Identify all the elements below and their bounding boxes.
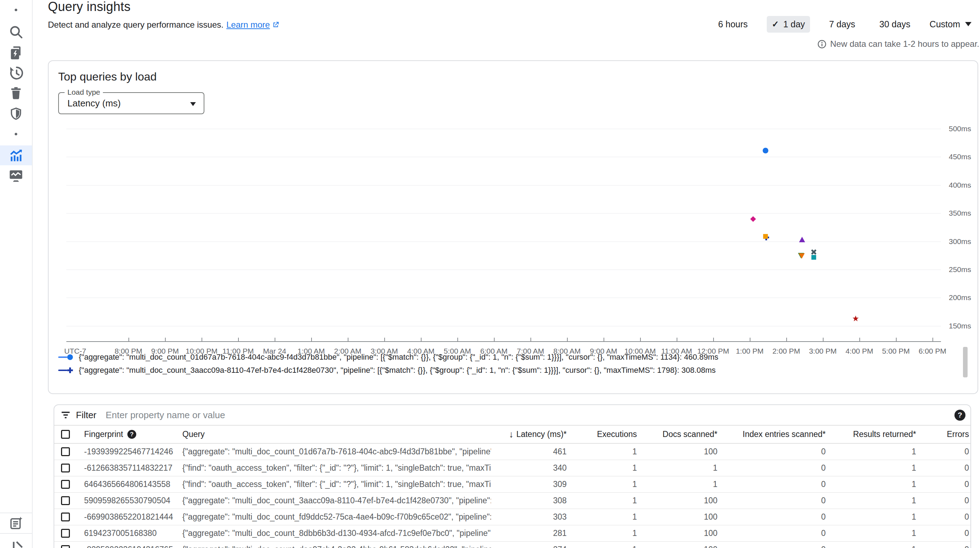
sidebar-item-query-insights[interactable]: [0, 145, 32, 165]
col-results-returned[interactable]: Results returned*: [829, 429, 919, 439]
table-help-icon[interactable]: ?: [955, 410, 966, 421]
col-fingerprint[interactable]: Fingerprint?: [77, 429, 175, 439]
time-range-selector: 6 hours ✓1 day 7 days 30 days Custom: [713, 16, 972, 33]
results-returned-cell: 1: [829, 512, 919, 522]
table-row[interactable]: -6126638357114832217{"find": "oauth_acce…: [54, 460, 970, 477]
table-row[interactable]: 6194237005168380{"aggregate": "multi_doc…: [54, 525, 970, 542]
legend-scrollbar-thumb[interactable]: [963, 347, 967, 377]
docs-scanned-cell: 1: [640, 480, 720, 489]
row-checkbox[interactable]: [61, 480, 70, 489]
scatter-point[interactable]: [762, 147, 769, 154]
legend-marker-icon: [58, 367, 74, 374]
table-row[interactable]: -8295002236194316765{"aggregate": "multi…: [54, 542, 970, 548]
results-returned-cell: 1: [829, 447, 919, 456]
row-checkbox-cell: [54, 545, 77, 548]
load-type-select[interactable]: Load type Latency (ms): [58, 92, 204, 114]
monitor-graph-icon: [8, 168, 24, 183]
sidebar-item-query-editor[interactable]: [0, 43, 32, 63]
col-executions[interactable]: Executions: [570, 429, 640, 439]
x-axis-tick: [238, 338, 239, 341]
col-docs-scanned[interactable]: Docs scanned*: [640, 429, 720, 439]
row-checkbox-cell: [54, 464, 77, 472]
y-axis-label: 200ms: [949, 293, 971, 302]
sidebar-item-collapse-panel[interactable]: [0, 538, 32, 548]
results-returned-cell: 1: [829, 463, 919, 473]
executions-cell: 1: [570, 529, 640, 538]
col-query[interactable]: Query: [175, 429, 491, 439]
row-checkbox[interactable]: [61, 464, 70, 472]
row-checkbox-cell: [54, 480, 77, 489]
table-row[interactable]: -1939399225467714246{"aggregate": "multi…: [54, 444, 970, 460]
legend-item[interactable]: {"aggregate": "multi_doc_count_01d67a7b-…: [58, 350, 718, 364]
filter-input[interactable]: [106, 410, 955, 421]
legend-text: {"aggregate": "multi_doc_count_01d67a7b-…: [79, 353, 718, 362]
sidebar-item-search[interactable]: [0, 22, 32, 42]
docs-scanned-cell: 100: [640, 496, 720, 505]
table-row[interactable]: 6464365664806143558{"find": "oauth_acces…: [54, 477, 970, 493]
executions-cell: 1: [570, 447, 640, 456]
index-entries-scanned-cell: 0: [720, 512, 829, 522]
y-axis-label: 500ms: [949, 124, 971, 133]
x-axis-tick: [896, 338, 897, 341]
latency-scatter-plot: 500ms450ms400ms350ms300ms250ms200ms150ms…: [66, 123, 941, 342]
x-axis-tick: [823, 338, 824, 341]
header-checkbox-cell: [54, 430, 77, 439]
range-30-days[interactable]: 30 days: [874, 16, 915, 33]
x-axis-label: 3:00 PM: [809, 347, 837, 356]
sidebar-item-system-insights[interactable]: [0, 166, 32, 186]
x-axis-tick: [713, 338, 714, 341]
document-flash-icon: [8, 45, 24, 60]
select-all-checkbox[interactable]: [61, 430, 70, 439]
query-stats-card: Filter ? Fingerprint? Query ↓Latency (ms…: [54, 404, 971, 548]
sidebar-item-history[interactable]: [0, 63, 32, 83]
scatter-point[interactable]: [852, 315, 859, 322]
results-returned-cell: 1: [829, 545, 919, 548]
scatter-point[interactable]: [798, 253, 805, 259]
range-6-hours[interactable]: 6 hours: [713, 16, 752, 33]
scatter-point[interactable]: [810, 254, 817, 261]
sidebar-item-delete[interactable]: [0, 83, 32, 103]
sidebar-item-security[interactable]: [0, 104, 32, 124]
index-entries-scanned-cell: 0: [720, 545, 829, 548]
fingerprint-cell: -1939399225467714246: [77, 447, 175, 456]
col-latency[interactable]: ↓Latency (ms)*: [491, 429, 570, 440]
fingerprint-cell: -8295002236194316765: [77, 545, 175, 548]
sidebar-item-release-notes[interactable]: [0, 514, 32, 534]
y-axis-label: 150ms: [949, 322, 971, 330]
scatter-point[interactable]: [799, 236, 805, 243]
learn-more-link[interactable]: Learn more: [226, 20, 280, 30]
row-checkbox[interactable]: [61, 496, 70, 505]
fingerprint-help-icon[interactable]: ?: [127, 430, 136, 439]
row-checkbox[interactable]: [61, 513, 70, 521]
row-checkbox[interactable]: [61, 447, 70, 456]
scatter-point[interactable]: [750, 216, 756, 222]
search-icon: [8, 24, 24, 40]
results-returned-cell: 1: [829, 496, 919, 505]
fingerprint-cell: 6194237005168380: [77, 529, 175, 538]
range-1-day[interactable]: ✓1 day: [767, 16, 810, 33]
sidebar-divider: [0, 513, 32, 513]
col-errors[interactable]: Errors: [919, 429, 971, 439]
range-7-days[interactable]: 7 days: [824, 16, 861, 33]
range-custom[interactable]: Custom: [930, 19, 972, 29]
x-axis-tick: [494, 338, 495, 341]
latency-ms-cell: 340: [491, 463, 570, 473]
scatter-point[interactable]: [762, 233, 769, 240]
chart-legend: {"aggregate": "multi_doc_count_01d67a7b-…: [58, 350, 718, 377]
table-row[interactable]: -6699038652201821444{"aggregate": "multi…: [54, 509, 970, 525]
sidebar-dot-mid[interactable]: [0, 124, 32, 144]
gridline: [66, 326, 941, 326]
col-index-entries-scanned[interactable]: Index entries scanned*: [720, 429, 829, 439]
legend-item[interactable]: {"aggregate": "multi_doc_count_3aacc09a-…: [58, 364, 718, 377]
fingerprint-cell: -6126638357114832217: [77, 463, 175, 473]
table-row[interactable]: 5909598265530790504{"aggregate": "multi_…: [54, 493, 970, 509]
x-axis-tick: [603, 338, 604, 341]
filter-bar: Filter ?: [54, 405, 970, 426]
row-checkbox[interactable]: [61, 529, 70, 538]
latency-ms-cell: 281: [491, 529, 570, 538]
row-checkbox-cell: [54, 447, 77, 456]
latency-ms-cell: 461: [491, 447, 570, 456]
sidebar-dot-top[interactable]: [0, 0, 32, 20]
query-cell: {"find": "oauth_access_token", "filter":…: [175, 480, 491, 489]
row-checkbox[interactable]: [61, 545, 70, 548]
